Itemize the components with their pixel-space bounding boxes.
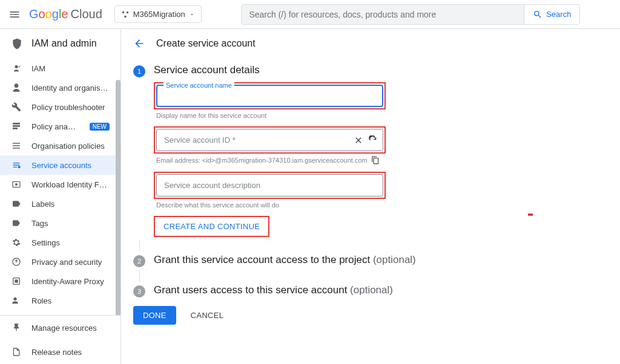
sidebar-section-title: IAM and admin [0,29,120,59]
sidebar-item-label: IAM [31,64,110,73]
done-button[interactable]: DONE [133,306,176,325]
sidebar-item-service-accounts[interactable]: Service accounts [0,155,120,175]
sidebar-item-policy-troubleshooter[interactable]: Policy troubleshooter [0,97,120,117]
step-2-badge: 2 [133,255,145,267]
svg-rect-7 [15,279,18,282]
new-badge: NEW [90,123,110,131]
sidebar-item-label: Roles [31,296,110,305]
service-account-icon [11,160,22,170]
sidebar-item-audit-logs[interactable]: Audit logs [0,310,120,315]
sidebar-item-organisation-policies[interactable]: Organisation policies [0,136,120,155]
page-title: Create service account [156,38,256,49]
svg-point-2 [124,15,127,18]
menu-icon[interactable] [7,7,22,22]
step-1: 1 Service account details Service accoun… [133,64,545,237]
service-account-desc-field[interactable] [156,174,383,197]
sidebar-item-label: Settings [31,238,110,247]
settings-icon [11,238,22,247]
highlight-desc [154,172,386,199]
sidebar-item-label: Tags [31,219,110,228]
step-connector [139,239,140,252]
sidebar-item-label: Workload Identity Federat... [31,180,110,189]
service-account-id-input[interactable] [164,135,375,145]
sidebar-footer-release-notes[interactable]: Release notes [0,340,120,364]
sidebar-item-label: Manage resources [31,323,110,333]
create-and-continue-button[interactable]: CREATE AND CONTINUE [155,217,268,236]
sidebar-item-settings[interactable]: Settings [0,233,120,252]
highlight-id [154,126,386,154]
step-2-title: Grant this service account access to the… [154,254,545,266]
step-2[interactable]: 2 Grant this service account access to t… [133,254,545,267]
logo-cloud-text: Cloud [71,7,102,21]
desc-helper: Describe what this service account will … [156,201,545,209]
svg-point-3 [18,166,21,168]
sidebar-item-label: Policy troubleshooter [31,103,110,112]
search-icon [533,10,542,19]
id-helper: Email address: <id>@m365migration-374310… [156,156,545,164]
service-account-desc-input[interactable] [164,181,375,190]
step-1-badge: 1 [133,65,145,77]
sidebar-nav: IAMIdentity and organisationPolicy troub… [0,59,120,315]
top-header: Google Cloud M365Migration Search [0,0,620,29]
search-input[interactable] [242,5,524,24]
step-3[interactable]: 3 Grant users access to this service acc… [133,284,545,297]
sidebar-item-roles[interactable]: Roles [0,291,120,310]
svg-point-0 [122,11,125,13]
sidebar-item-privacy-and-security[interactable]: Privacy and security [0,252,120,271]
sidebar: IAM and admin IAMIdentity and organisati… [0,29,121,364]
shield-icon [11,37,23,50]
labels-icon [11,199,22,209]
sidebar-item-tags[interactable]: Tags [0,213,120,233]
step-3-badge: 3 [133,285,145,297]
scrollbar-thumb[interactable] [116,80,120,315]
name-label: Service account name [163,82,234,89]
sidebar-item-label: Identity and organisation [31,83,110,93]
org-icon [11,141,22,151]
highlight-name: Service account name [154,82,386,109]
copy-icon[interactable] [371,156,380,164]
sidebar-item-label: Labels [31,200,110,209]
policy-analyser-icon [11,122,22,131]
pin-icon [11,323,22,333]
sidebar-item-workload-identity-federat-[interactable]: Workload Identity Federat... [0,175,120,194]
service-account-name-field[interactable]: Service account name [156,85,383,107]
svg-point-5 [15,183,18,186]
sidebar-item-identity-and-organisation[interactable]: Identity and organisation [0,78,120,97]
privacy-icon [11,257,22,267]
clear-icon[interactable] [354,135,363,145]
iap-icon [11,276,22,286]
google-cloud-logo[interactable]: Google Cloud [29,7,102,21]
chevron-down-icon [189,11,195,18]
roles-icon [11,296,22,305]
sidebar-footer-manage-resources[interactable]: Manage resources [0,316,120,340]
workload-icon [11,180,22,189]
back-arrow-icon[interactable] [133,37,145,50]
sidebar-item-label: Organisation policies [31,141,110,151]
cancel-button[interactable]: CANCEL [181,306,234,325]
sidebar-item-policy-analyser[interactable]: Policy analyserNEW [0,117,120,136]
svg-point-1 [127,11,129,13]
sidebar-item-iam[interactable]: IAM [0,59,120,78]
wrench-icon [11,102,22,112]
sidebar-item-label: Service accounts [31,161,110,170]
service-account-id-field[interactable] [156,129,383,151]
sidebar-item-label: Policy analyser [31,122,78,131]
release-icon [11,347,22,357]
tags-icon [11,218,22,228]
sidebar-item-label: Privacy and security [31,258,110,267]
sidebar-item-identity-aware-proxy[interactable]: Identity-Aware Proxy [0,271,120,291]
service-account-name-input[interactable] [164,91,375,100]
refresh-icon[interactable] [368,135,378,145]
project-picker[interactable]: M365Migration [114,5,202,23]
sidebar-item-labels[interactable]: Labels [0,194,120,213]
sidebar-item-label: Release notes [31,348,110,357]
sidebar-item-label: Identity-Aware Proxy [31,277,110,286]
step-1-title: Service account details [154,64,545,76]
search-bar: Search [241,4,580,25]
svg-point-8 [13,297,16,301]
project-icon [121,10,130,19]
step-connector-2 [139,270,140,282]
highlight-create-btn: CREATE AND CONTINUE [154,216,269,237]
sidebar-footer: Manage resourcesRelease notes [0,315,120,364]
search-button[interactable]: Search [524,5,579,24]
